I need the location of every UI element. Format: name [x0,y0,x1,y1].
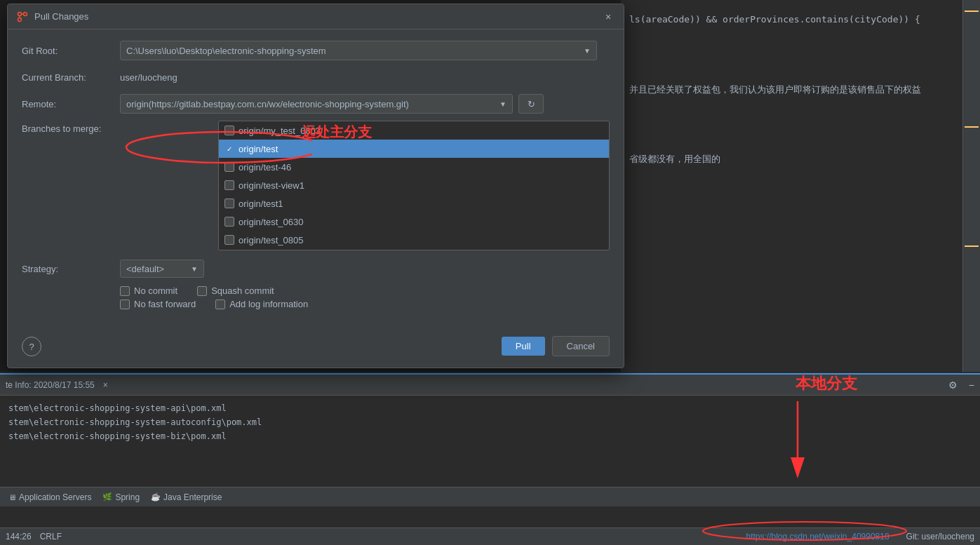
remote-dropdown[interactable]: origin(https://gitlab.bestpay.com.cn/wx/… [120,94,513,114]
current-branch-row: Current Branch: user/luocheng [22,67,610,87]
option-add-log-info[interactable]: Add log information [215,299,308,309]
code-line-4: 省级都没有，用全国的 [629,153,954,166]
branch-list[interactable]: origin/my_test_0803 origin/test origin/t… [218,121,610,250]
branch-checkbox-5[interactable] [224,217,234,227]
svg-point-2 [18,18,22,21]
branch-item-6[interactable]: origin/test_0805 [219,231,609,249]
code-line-3: 并且已经关联了权益包，我们认为该用户即将订购的是该销售品下的权益 [629,83,954,97]
branch-name-0: origin/my_test_0803 [239,126,321,136]
branches-row: Branches to merge: origin/my_test_0803 o… [22,121,610,250]
bottom-file-2: stem\electronic-shopping-system-autoconf… [8,415,972,429]
branch-checkbox-1[interactable] [224,144,234,154]
branch-name-4: origin/test1 [239,199,283,209]
remote-dropdown-arrow-icon: ▼ [499,100,506,108]
cancel-button[interactable]: Cancel [552,336,610,356]
tab-java-enterprise[interactable]: ☕ Java Enterprise [151,492,222,502]
scroll-marker-1 [965,11,979,12]
git-root-row: Git Root: C:\Users\luo\Desktop\electroni… [22,41,610,60]
java-icon: ☕ [151,492,161,502]
option-no-fast-forward[interactable]: No fast forward [120,299,196,309]
branch-checkbox-6[interactable] [224,235,234,245]
tab-app-servers[interactable]: 🖥 Application Servers [8,492,91,502]
remote-label: Remote: [22,99,120,109]
bottom-file-1: stem\electronic-shopping-system-api\pom.… [8,401,972,415]
no-fast-forward-label: No fast forward [134,299,196,309]
scrollbar-area [962,0,980,372]
no-commit-checkbox[interactable] [120,286,130,296]
tab-spring[interactable]: 🌿 Spring [102,492,140,502]
strategy-value: <default> [126,264,191,274]
dropdown-arrow-icon: ▼ [584,47,591,55]
current-branch-label: Current Branch: [22,72,120,83]
branch-checkbox-4[interactable] [224,199,234,208]
branch-item-5[interactable]: origin/test_0630 [219,213,609,231]
svg-point-0 [18,12,22,15]
git-root-value: C:\Users\luo\Desktop\electronic-shopping… [126,46,578,56]
branch-name-5: origin/test_0630 [239,217,304,227]
status-position: 144:26 [6,532,32,541]
branch-name-6: origin/test_0805 [239,235,304,245]
branch-name-2: origin/test-46 [239,162,291,173]
server-icon: 🖥 [8,493,16,502]
dialog-titlebar: Pull Changes × [8,4,624,29]
remote-value: origin(https://gitlab.bestpay.com.cn/wx/… [126,99,494,109]
bottom-panel: te Info: 2020/8/17 15:55 × ⚙ − stem\elec… [0,373,980,527]
branches-label: Branches to merge: [22,121,120,134]
strategy-label: Strategy: [22,264,120,274]
gear-icon[interactable]: ⚙ [948,379,958,391]
remote-row: Remote: origin(https://gitlab.bestpay.co… [22,94,610,114]
code-line-2 [629,27,954,41]
branch-checkbox-0[interactable] [224,126,234,135]
status-url[interactable]: https://blog.csdn.net/weixin_40990818 [746,532,889,541]
svg-point-1 [24,12,27,15]
help-button[interactable]: ? [22,337,41,356]
dialog-title-text: Pull Changes [34,11,88,22]
branch-item-2[interactable]: origin/test-46 [219,158,609,176]
dialog-footer: Pull Cancel [502,336,610,356]
code-line-1: ls(areaCode)) && orderProvinces.contains… [629,13,954,27]
refresh-icon: ↻ [528,99,535,109]
branch-item-3[interactable]: origin/test-view1 [219,176,609,194]
dialog-title-left: Pull Changes [16,11,88,23]
no-fast-forward-checkbox[interactable] [120,300,130,309]
bottom-panel-close[interactable]: × [103,380,108,390]
bottom-file-3: stem\electronic-shopping-system-biz\pom.… [8,429,972,443]
squash-commit-label: Squash commit [211,285,274,296]
code-editor-background: ls(areaCode)) && orderProvinces.contains… [621,0,962,372]
branch-item-0[interactable]: origin/my_test_0803 [219,121,609,140]
refresh-button[interactable]: ↻ [518,94,544,114]
no-commit-label: No commit [134,285,177,296]
current-branch-value: user/luocheng [120,72,177,83]
git-root-dropdown[interactable]: C:\Users\luo\Desktop\electronic-shopping… [120,41,597,60]
status-git: Git: user/luocheng [906,532,974,541]
ide-background: ls(areaCode)) && orderProvinces.contains… [0,0,980,545]
bottom-panel-content: stem\electronic-shopping-system-api\pom.… [0,396,980,449]
branch-item-1[interactable]: origin/test [219,140,609,158]
status-bar: 144:26 CRLF https://blog.csdn.net/weixin… [0,527,980,545]
branch-item-4[interactable]: origin/test1 [219,194,609,213]
branch-name-3: origin/test-view1 [239,180,304,191]
add-log-info-label: Add log information [229,299,308,309]
minimize-icon[interactable]: − [969,379,974,391]
options-row-2: No fast forward Add log information [120,299,610,309]
git-root-label: Git Root: [22,46,120,56]
option-squash-commit[interactable]: Squash commit [197,285,274,296]
pull-changes-dialog: Pull Changes × Git Root: C:\Users\luo\De… [7,4,624,368]
squash-commit-checkbox[interactable] [197,286,207,296]
pull-button[interactable]: Pull [502,337,545,356]
strategy-arrow-icon: ▼ [191,265,198,273]
bottom-tabs-bar: 🖥 Application Servers 🌿 Spring ☕ Java En… [0,487,980,506]
bottom-panel-info-label: te Info: 2020/8/17 15:55 [6,380,95,390]
strategy-dropdown[interactable]: <default> ▼ [120,260,204,278]
add-log-info-checkbox[interactable] [215,300,225,309]
dialog-body: Git Root: C:\Users\luo\Desktop\electroni… [8,29,624,321]
status-encoding: CRLF [40,532,62,541]
option-no-commit[interactable]: No commit [120,285,177,296]
dialog-close-button[interactable]: × [601,10,615,24]
scroll-marker-2 [965,126,979,128]
spring-icon: 🌿 [102,492,112,502]
branch-checkbox-3[interactable] [224,180,234,190]
scroll-marker-3 [965,245,979,247]
branch-checkbox-2[interactable] [224,162,234,172]
git-icon [16,11,29,23]
